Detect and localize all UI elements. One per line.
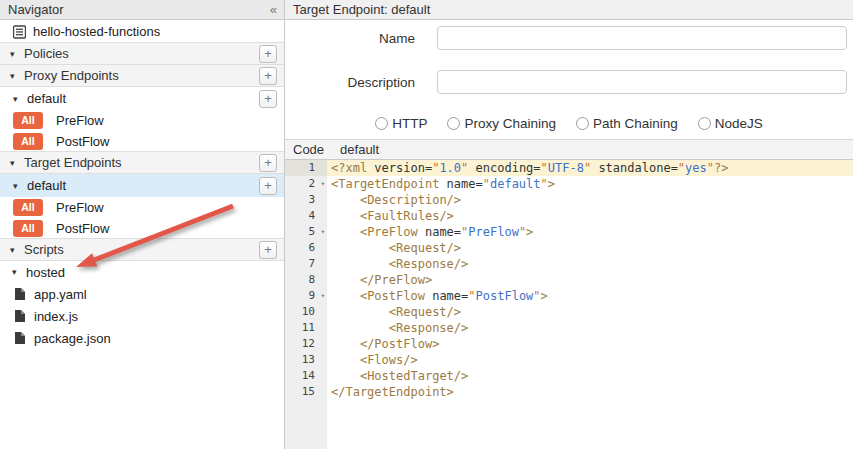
line-number: 8 [285, 272, 327, 288]
sidebar-proxy-file-hello-hosted-functions[interactable]: hello-hosted-functions [0, 20, 284, 43]
sidebar-section-proxy-endpoints[interactable]: ▾Proxy Endpoints+ [0, 64, 284, 87]
radio-http[interactable]: HTTP [375, 116, 427, 131]
line-number: 13 [285, 352, 327, 368]
name-row: Name [285, 26, 853, 50]
code-file-name: default [340, 142, 379, 157]
code-line-10[interactable]: <Request/> [327, 304, 853, 320]
sidebar-section-policies[interactable]: ▾Policies+ [0, 42, 284, 65]
name-input[interactable] [437, 26, 847, 50]
add-button[interactable]: + [259, 154, 277, 172]
row-label: hosted [26, 265, 65, 280]
code-line-7[interactable]: <Response/> [327, 256, 853, 272]
line-number: 6 [285, 240, 327, 256]
add-button[interactable]: + [259, 241, 277, 259]
sidebar-file-app-yaml[interactable]: app.yaml [0, 283, 284, 305]
code-line-15[interactable]: </TargetEndpoint> [327, 384, 853, 400]
row-label: PreFlow [56, 200, 104, 215]
radio-proxy-chaining[interactable]: Proxy Chaining [447, 116, 556, 131]
sidebar-node-default[interactable]: ▾default+ [0, 174, 284, 197]
code-line-11[interactable]: <Response/> [327, 320, 853, 336]
target-endpoint-header: Target Endpoint: default [285, 0, 853, 20]
sidebar-flow-preflow[interactable]: AllPreFlow [0, 197, 284, 218]
disclosure-triangle-icon[interactable]: ▾ [13, 94, 27, 104]
sidebar-flow-postflow[interactable]: AllPostFlow [0, 218, 284, 239]
add-button[interactable]: + [259, 45, 277, 63]
code-line-9[interactable]: <PostFlow name="PostFlow"> [327, 288, 853, 304]
disclosure-triangle-icon[interactable]: ▾ [10, 245, 24, 255]
code-panel-header: Code default [285, 139, 853, 160]
code-line-4[interactable]: <FaultRules/> [327, 208, 853, 224]
disclosure-triangle-icon[interactable]: ▾ [13, 181, 27, 191]
description-label: Description [285, 75, 415, 90]
row-label: PreFlow [56, 113, 104, 128]
file-icon [14, 309, 27, 323]
row-label: default [27, 91, 66, 106]
navigator-sidebar: Navigator « hello-hosted-functions▾Polic… [0, 0, 285, 449]
code-tab-label: Code [293, 142, 324, 157]
radio-path-chaining-circle[interactable] [576, 117, 589, 130]
fold-toggle-icon[interactable]: ▾ [321, 224, 325, 240]
radio-path-chaining[interactable]: Path Chaining [576, 116, 678, 131]
line-number: 5▾ [285, 224, 327, 240]
code-line-6[interactable]: <Request/> [327, 240, 853, 256]
row-label: default [27, 178, 66, 193]
row-label: Proxy Endpoints [24, 68, 119, 83]
condition-badge: All [13, 199, 43, 216]
collapse-sidebar-icon[interactable]: « [270, 2, 276, 17]
fold-toggle-icon[interactable]: ▾ [321, 176, 325, 192]
sidebar-file-package-json[interactable]: package.json [0, 327, 284, 349]
code-line-1[interactable]: <?xml version="1.0" encoding="UTF-8" sta… [327, 160, 853, 176]
sidebar-section-target-endpoints[interactable]: ▾Target Endpoints+ [0, 151, 284, 174]
sidebar-node-default[interactable]: ▾default+ [0, 87, 284, 110]
add-button[interactable]: + [259, 90, 277, 108]
row-label: Target Endpoints [24, 155, 122, 170]
disclosure-triangle-icon[interactable]: ▾ [10, 49, 24, 59]
line-number: 10 [285, 304, 327, 320]
file-icon [14, 331, 27, 345]
row-label: app.yaml [34, 287, 87, 302]
sidebar-flow-postflow[interactable]: AllPostFlow [0, 131, 284, 152]
sidebar-flow-preflow[interactable]: AllPreFlow [0, 110, 284, 131]
code-content[interactable]: <?xml version="1.0" encoding="UTF-8" sta… [327, 160, 853, 449]
radio-nodejs-circle[interactable] [698, 117, 711, 130]
navigator-tree: hello-hosted-functions▾Policies+▾Proxy E… [0, 20, 284, 349]
row-label: hello-hosted-functions [33, 24, 160, 39]
condition-badge: All [13, 220, 43, 237]
disclosure-triangle-icon[interactable]: ▾ [12, 267, 26, 277]
line-number: 7 [285, 256, 327, 272]
xml-code-editor[interactable]: 12▾345▾6789▾101112131415 <?xml version="… [285, 160, 853, 449]
navigator-title: Navigator [8, 2, 270, 17]
line-number: 4 [285, 208, 327, 224]
code-line-14[interactable]: <HostedTarget/> [327, 368, 853, 384]
file-icon [14, 287, 27, 301]
code-line-8[interactable]: </PreFlow> [327, 272, 853, 288]
disclosure-triangle-icon[interactable]: ▾ [10, 158, 24, 168]
code-line-3[interactable]: <Description/> [327, 192, 853, 208]
sidebar-file-index-js[interactable]: index.js [0, 305, 284, 327]
disclosure-triangle-icon[interactable]: ▾ [10, 71, 24, 81]
sidebar-section-scripts[interactable]: ▾Scripts+ [0, 238, 284, 261]
add-button[interactable]: + [259, 67, 277, 85]
radio-nodejs[interactable]: NodeJS [698, 116, 763, 131]
spec-icon [13, 25, 26, 39]
radio-http-circle[interactable] [375, 117, 388, 130]
code-line-12[interactable]: </PostFlow> [327, 336, 853, 352]
navigator-header: Navigator « [0, 0, 284, 20]
fold-toggle-icon[interactable]: ▾ [321, 288, 325, 304]
condition-badge: All [13, 112, 43, 129]
code-line-13[interactable]: <Flows/> [327, 352, 853, 368]
radio-proxy-chaining-circle[interactable] [447, 117, 460, 130]
code-line-5[interactable]: <PreFlow name="PreFlow"> [327, 224, 853, 240]
code-line-2[interactable]: <TargetEndpoint name="default"> [327, 176, 853, 192]
condition-badge: All [13, 133, 43, 150]
sidebar-folder-hosted[interactable]: ▾hosted [0, 261, 284, 283]
row-label: package.json [34, 331, 111, 346]
line-number: 2▾ [285, 176, 327, 192]
description-row: Description [285, 70, 853, 94]
add-button[interactable]: + [259, 177, 277, 195]
description-input[interactable] [437, 70, 847, 94]
row-label: index.js [34, 309, 78, 324]
line-number: 3 [285, 192, 327, 208]
line-number: 15 [285, 384, 327, 400]
line-number: 9▾ [285, 288, 327, 304]
